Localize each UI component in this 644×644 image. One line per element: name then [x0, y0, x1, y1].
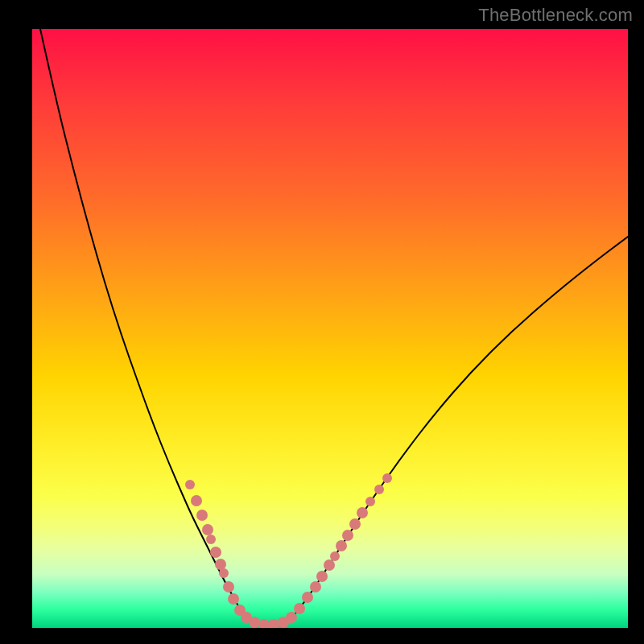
marker-dot: [185, 480, 195, 489]
watermark-text: TheBottleneck.com: [478, 5, 633, 26]
marker-dot: [223, 581, 234, 592]
marker-dot: [258, 619, 270, 628]
marker-dot: [206, 535, 216, 544]
chart-frame: TheBottleneck.com: [0, 0, 644, 644]
marker-dot: [249, 617, 260, 628]
marker-dot: [228, 593, 239, 605]
marker-dot: [294, 603, 305, 614]
marker-dot: [330, 551, 340, 561]
marker-dot: [342, 530, 353, 541]
marker-dot: [374, 485, 384, 494]
plot-area: [32, 29, 628, 628]
highlight-markers: [185, 473, 392, 628]
marker-dot: [357, 507, 368, 518]
marker-dot: [336, 540, 347, 551]
marker-dot: [191, 495, 202, 506]
marker-dot: [210, 547, 221, 558]
marker-dot: [219, 568, 229, 578]
curve-path: [40, 29, 628, 625]
marker-dot: [268, 619, 279, 628]
marker-dot: [202, 524, 213, 535]
marker-dot: [196, 510, 208, 521]
marker-dot: [382, 473, 392, 483]
bottleneck-curve: [40, 29, 628, 625]
chart-svg: [32, 29, 628, 628]
marker-dot: [215, 559, 226, 570]
marker-dot: [302, 592, 313, 603]
marker-dot: [349, 518, 361, 530]
marker-dot: [324, 559, 335, 571]
marker-dot: [286, 612, 297, 623]
marker-dot: [316, 571, 328, 582]
marker-dot: [310, 581, 321, 592]
marker-dot: [365, 497, 375, 506]
